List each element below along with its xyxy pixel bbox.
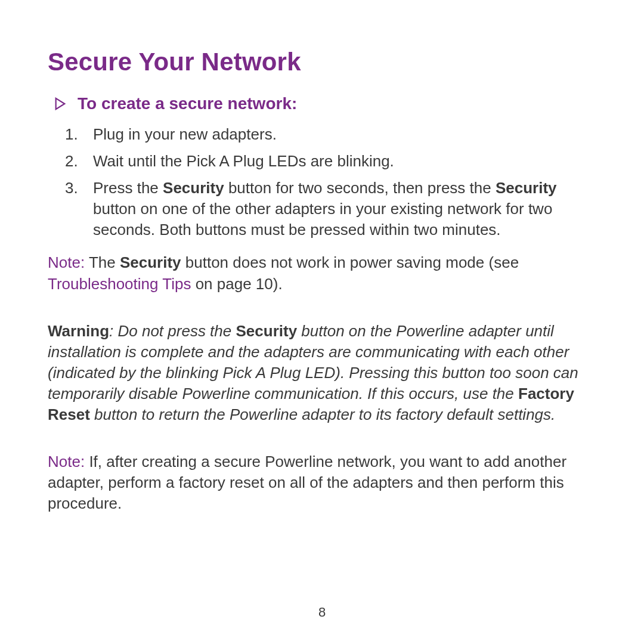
note-paragraph: Note: If, after creating a secure Powerl… (48, 451, 596, 514)
list-item: Wait until the Pick A Plug LEDs are blin… (82, 151, 596, 172)
bold-term: Security (496, 179, 557, 197)
warning-paragraph: Warning: Do not press the Security butto… (48, 321, 596, 425)
step-text: Press the (93, 179, 163, 197)
page-number: 8 (0, 605, 644, 620)
note-label: Note: (48, 253, 89, 271)
cross-ref-link[interactable]: Troubleshooting Tips (48, 275, 191, 293)
bold-term: Security (163, 179, 224, 197)
step-text: Wait until the Pick A Plug LEDs are blin… (93, 152, 394, 170)
note-text: The (89, 253, 120, 271)
bold-term: Security (236, 322, 297, 340)
list-item: Plug in your new adapters. (82, 124, 596, 145)
note-text: If, after creating a secure Powerline ne… (48, 453, 566, 512)
note-label: Note: (48, 453, 89, 470)
note-text: button does not work in power saving mod… (181, 253, 519, 271)
warning-text: : Do not press the (109, 322, 236, 340)
list-item: Press the Security button for two second… (82, 178, 596, 240)
step-text: Plug in your new adapters. (93, 125, 277, 143)
step-text: button on one of the other adapters in y… (93, 200, 552, 239)
steps-list: Plug in your new adapters. Wait until th… (48, 124, 596, 240)
note-text: on page 10). (191, 275, 282, 293)
step-text: button for two seconds, then press the (224, 179, 496, 197)
warning-text: button to return the Powerline adapter t… (90, 405, 555, 423)
document-page: Secure Your Network To create a secure n… (0, 0, 644, 644)
section-heading: To create a secure network: (48, 94, 596, 113)
bold-term: Security (120, 253, 181, 271)
warning-label: Warning (48, 322, 109, 340)
note-paragraph: Note: The Security button does not work … (48, 252, 596, 294)
page-title: Secure Your Network (48, 48, 596, 76)
chevron-right-icon (54, 97, 67, 110)
section-heading-text: To create a secure network: (78, 94, 297, 113)
